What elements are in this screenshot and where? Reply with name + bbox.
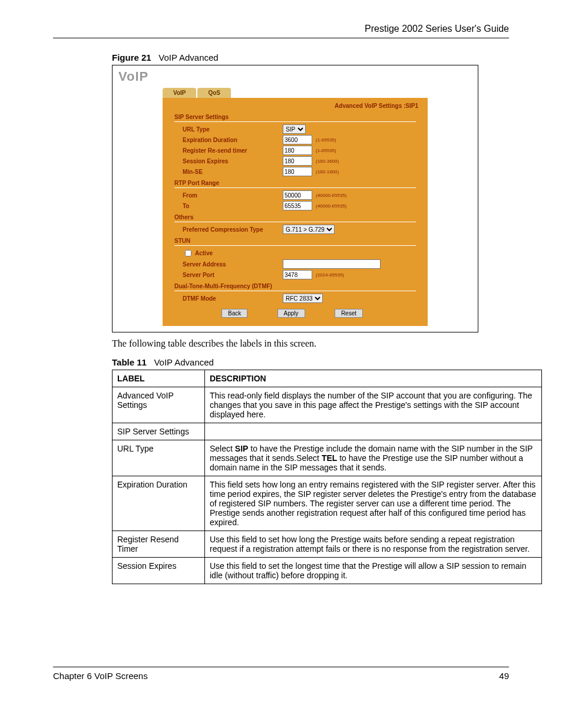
label-dtmf-mode: DTMF Mode xyxy=(183,295,283,302)
table-title: VoIP Advanced xyxy=(154,357,213,367)
cell-label: Register Resend Timer xyxy=(113,531,205,558)
table-row: URL TypeSelect SIP to have the Prestige … xyxy=(113,440,542,476)
compression-select[interactable]: G.711 > G.729 xyxy=(283,225,335,234)
cell-label: SIP Server Settings xyxy=(113,423,205,440)
active-checkbox[interactable] xyxy=(185,250,191,256)
th-label: LABEL xyxy=(113,370,205,387)
figure-label: Figure 21 xyxy=(112,52,151,62)
server-port-input[interactable] xyxy=(283,270,312,279)
server-address-input[interactable] xyxy=(283,259,381,269)
hint-from: (40000-65535) xyxy=(316,193,346,198)
table-label: Table 11 xyxy=(112,357,147,367)
label-server-port: Server Port xyxy=(183,272,283,278)
figure-title: VoIP Advanced xyxy=(158,52,218,62)
description-table: LABEL DESCRIPTION Advanced VoIP Settings… xyxy=(112,370,542,584)
footer-page: 49 xyxy=(499,671,509,681)
label-resend: Register Re-send timer xyxy=(183,147,283,154)
cell-description: Select SIP to have the Prestige include … xyxy=(205,440,542,476)
label-server-address: Server Address xyxy=(183,261,283,268)
label-to: To xyxy=(183,203,283,209)
doc-header: Prestige 2002 Series User's Guide xyxy=(53,24,509,38)
footer-chapter: Chapter 6 VoIP Screens xyxy=(53,671,148,681)
hint-to: (40000-65535) xyxy=(316,203,346,209)
hint-expiration: (1-65535) xyxy=(316,137,336,143)
screenshot: VoIP VoIP QoS Advanced VoIP Settings :SI… xyxy=(112,65,478,332)
table-row: Advanced VoIP SettingsThis read-only fie… xyxy=(113,387,542,423)
cell-label: URL Type xyxy=(113,440,205,476)
cell-description: This read-only field displays the number… xyxy=(205,387,542,423)
apply-button[interactable]: Apply xyxy=(277,309,305,318)
settings-panel: Advanced VoIP Settings :SIP1 SIP Server … xyxy=(163,98,428,326)
table-row: Session ExpiresUse this field to set the… xyxy=(113,558,542,584)
hint-resend: (1-65535) xyxy=(316,148,336,153)
cell-description: Use this field to set how long the Prest… xyxy=(205,531,542,558)
label-from: From xyxy=(183,192,283,199)
label-min-se: Min-SE xyxy=(183,169,283,175)
cell-label: Advanced VoIP Settings xyxy=(113,387,205,423)
page-title: VoIP xyxy=(113,65,478,84)
url-type-select[interactable]: SIP xyxy=(283,124,306,134)
dtmf-mode-select[interactable]: RFC 2833 xyxy=(283,294,323,303)
figure-caption: Figure 21 VoIP Advanced xyxy=(112,52,509,62)
section-dtmf: Dual-Tone-Multi-Frequency (DTMF) xyxy=(174,282,416,291)
min-se-input[interactable] xyxy=(283,167,312,176)
from-input[interactable] xyxy=(283,190,312,200)
session-expires-input[interactable] xyxy=(283,156,312,166)
section-rtp: RTP Port Range xyxy=(174,179,416,188)
label-session-expires: Session Expires xyxy=(183,158,283,164)
cell-label: Expiration Duration xyxy=(113,476,205,531)
hint-min-se: (180-1800) xyxy=(316,169,339,174)
table-row: SIP Server Settings xyxy=(113,423,542,440)
th-description: DESCRIPTION xyxy=(205,370,542,387)
label-url-type: URL Type xyxy=(183,126,283,133)
expiration-input[interactable] xyxy=(283,135,312,144)
back-button[interactable]: Back xyxy=(222,309,247,318)
tab-voip[interactable]: VoIP xyxy=(163,88,196,98)
hint-session: (180-3600) xyxy=(316,159,339,164)
table-caption: Table 11 VoIP Advanced xyxy=(112,357,509,367)
label-active: Active xyxy=(195,250,213,256)
section-others: Others xyxy=(174,213,416,222)
table-row: Expiration DurationThis field sets how l… xyxy=(113,476,542,531)
cell-description: This field sets how long an entry remain… xyxy=(205,476,542,531)
to-input[interactable] xyxy=(283,201,312,210)
section-sip: SIP Server Settings xyxy=(174,113,416,122)
label-expiration: Expiration Duration xyxy=(183,137,283,143)
cell-label: Session Expires xyxy=(113,558,205,584)
table-row: Register Resend TimerUse this field to s… xyxy=(113,531,542,558)
label-compression: Preferred Compression Type xyxy=(183,226,283,233)
tab-qos[interactable]: QoS xyxy=(197,88,231,98)
tabs: VoIP QoS xyxy=(163,88,478,98)
reset-button[interactable]: Reset xyxy=(335,309,363,318)
cell-description xyxy=(205,423,542,440)
intro-text: The following table describes the labels… xyxy=(112,338,509,349)
section-stun: STUN xyxy=(174,236,416,246)
doc-footer: Chapter 6 VoIP Screens 49 xyxy=(53,667,509,681)
hint-server-port: (1024-65535) xyxy=(316,272,344,278)
resend-input[interactable] xyxy=(283,146,312,155)
cell-description: Use this field to set the longest time t… xyxy=(205,558,542,584)
panel-title: Advanced VoIP Settings :SIP1 xyxy=(168,103,418,109)
